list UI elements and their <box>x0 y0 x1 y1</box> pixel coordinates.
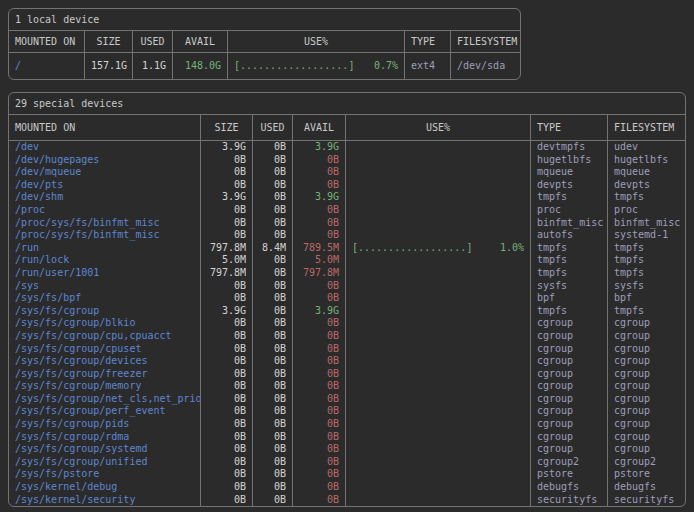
cell-size: 0B <box>201 154 253 167</box>
cell-filesystem: cgroup <box>608 368 686 381</box>
special-devices-table: 29 special devices MOUNTED ONSIZEUSEDAVA… <box>8 92 686 507</box>
cell-use-percent <box>346 405 531 418</box>
cell-avail: 3.9G <box>293 141 346 154</box>
column-header-used: USED <box>253 115 293 140</box>
cell-used: 0B <box>253 393 293 406</box>
cell-use-percent <box>346 267 531 280</box>
table-row: /sys/fs/cgroup/blkio0B0B0Bcgroupcgroup <box>9 317 685 330</box>
cell-avail: 0B <box>293 179 346 192</box>
cell-size: 0B <box>201 229 253 242</box>
cell-used: 0B <box>253 305 293 318</box>
table-row: /proc/sys/fs/binfmt_misc0B0B0Bbinfmt_mis… <box>9 217 685 230</box>
cell-type: tmpfs <box>531 242 608 255</box>
table-row: /sys/fs/bpf0B0B0Bbpfbpf <box>9 292 685 305</box>
cell-size: 3.9G <box>201 305 253 318</box>
cell-used: 0B <box>253 179 293 192</box>
cell-used: 1.1G <box>133 53 173 79</box>
cell-type: devtmpfs <box>531 141 608 154</box>
cell-size: 0B <box>201 343 253 356</box>
cell-use-percent <box>346 280 531 293</box>
cell-used: 0B <box>253 217 293 230</box>
cell-filesystem: cgroup <box>608 393 686 406</box>
cell-mounted-on: /dev/hugepages <box>9 154 201 167</box>
cell-use-percent <box>346 191 531 204</box>
cell-used: 0B <box>253 481 293 494</box>
cell-use-percent <box>346 141 531 154</box>
cell-use-percent <box>346 456 531 469</box>
cell-mounted-on: /sys/fs/cgroup/perf_event <box>9 405 201 418</box>
table-row: /dev3.9G0B3.9Gdevtmpfsudev <box>9 141 685 154</box>
cell-type: cgroup <box>531 443 608 456</box>
cell-avail: 0B <box>293 393 346 406</box>
cell-avail: 0B <box>293 317 346 330</box>
table-body: /157.1G1.1G148.0G[..................]0.7… <box>9 53 520 79</box>
cell-use-percent <box>346 431 531 444</box>
cell-type: pstore <box>531 468 608 481</box>
cell-avail: 0B <box>293 494 346 507</box>
cell-mounted-on: / <box>9 53 85 79</box>
cell-mounted-on: /sys/fs/cgroup/devices <box>9 355 201 368</box>
column-header-filesystem: FILESYSTEM <box>608 115 686 140</box>
cell-mounted-on: /sys/fs/cgroup <box>9 305 201 318</box>
cell-type: tmpfs <box>531 305 608 318</box>
cell-size: 0B <box>201 468 253 481</box>
cell-filesystem: sysfs <box>608 280 686 293</box>
cell-type: cgroup <box>531 380 608 393</box>
cell-used: 0B <box>253 267 293 280</box>
table-row: /157.1G1.1G148.0G[..................]0.7… <box>9 53 520 79</box>
cell-type: cgroup <box>531 330 608 343</box>
cell-size: 157.1G <box>85 53 133 79</box>
cell-used: 0B <box>253 443 293 456</box>
cell-size: 0B <box>201 443 253 456</box>
table-row: /sys/fs/cgroup/net_cls,net_prio0B0B0Bcgr… <box>9 393 685 406</box>
cell-type: ext4 <box>405 53 451 79</box>
table-row: /sys/fs/cgroup/cpu,cpuacct0B0B0Bcgroupcg… <box>9 330 685 343</box>
table-row: /sys0B0B0Bsysfssysfs <box>9 280 685 293</box>
cell-use-percent <box>346 317 531 330</box>
cell-mounted-on: /sys/fs/cgroup/net_cls,net_prio <box>9 393 201 406</box>
table-row: /sys/fs/pstore0B0B0Bpstorepstore <box>9 468 685 481</box>
cell-filesystem: securityfs <box>608 494 686 507</box>
cell-filesystem: binfmt_misc <box>608 217 686 230</box>
table-row: /run/lock5.0M0B5.0Mtmpfstmpfs <box>9 254 685 267</box>
table-row: /sys/fs/cgroup3.9G0B3.9Gtmpfstmpfs <box>9 305 685 318</box>
cell-filesystem: systemd-1 <box>608 229 686 242</box>
cell-filesystem: udev <box>608 141 686 154</box>
cell-mounted-on: /sys/fs/cgroup/pids <box>9 418 201 431</box>
cell-used: 0B <box>253 280 293 293</box>
cell-avail: 0B <box>293 456 346 469</box>
cell-mounted-on: /sys/fs/bpf <box>9 292 201 305</box>
cell-used: 0B <box>253 166 293 179</box>
cell-mounted-on: /dev/pts <box>9 179 201 192</box>
cell-mounted-on: /sys <box>9 280 201 293</box>
cell-mounted-on: /sys/fs/cgroup/rdma <box>9 431 201 444</box>
table-title: 1 local device <box>9 9 520 31</box>
cell-size: 0B <box>201 494 253 507</box>
cell-avail: 789.5M <box>293 242 346 255</box>
table-row: /sys/fs/cgroup/unified0B0B0Bcgroup2cgrou… <box>9 456 685 469</box>
cell-used: 0B <box>253 141 293 154</box>
cell-avail: 0B <box>293 468 346 481</box>
cell-avail: 3.9G <box>293 305 346 318</box>
column-header-avail: AVAIL <box>173 31 228 52</box>
cell-use-percent <box>346 330 531 343</box>
cell-size: 0B <box>201 280 253 293</box>
cell-type: cgroup <box>531 355 608 368</box>
cell-size: 0B <box>201 204 253 217</box>
cell-use-percent <box>346 217 531 230</box>
cell-type: debugfs <box>531 481 608 494</box>
cell-use-percent <box>346 380 531 393</box>
cell-mounted-on: /dev/shm <box>9 191 201 204</box>
cell-type: tmpfs <box>531 191 608 204</box>
table-body: /dev3.9G0B3.9Gdevtmpfsudev/dev/hugepages… <box>9 141 685 506</box>
table-header-row: MOUNTED ONSIZEUSEDAVAILUSE%TYPEFILESYSTE… <box>9 115 685 141</box>
cell-avail: 0B <box>293 343 346 356</box>
cell-mounted-on: /run/lock <box>9 254 201 267</box>
cell-used: 0B <box>253 154 293 167</box>
cell-used: 0B <box>253 494 293 507</box>
table-row: /run/user/1001797.8M0B797.8Mtmpfstmpfs <box>9 267 685 280</box>
cell-use-percent <box>346 393 531 406</box>
cell-mounted-on: /sys/kernel/debug <box>9 481 201 494</box>
cell-filesystem: tmpfs <box>608 267 686 280</box>
cell-use-percent <box>346 154 531 167</box>
